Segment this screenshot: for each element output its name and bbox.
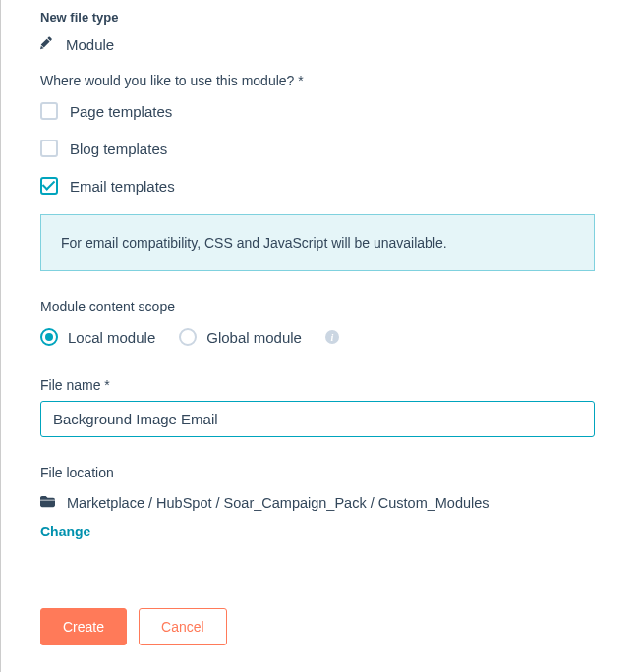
blog-templates-checkbox[interactable] — [40, 140, 58, 157]
file-name-label: File name * — [40, 377, 595, 393]
file-location-label: File location — [40, 465, 595, 480]
email-compat-notice: For email compatibility, CSS and JavaScr… — [40, 214, 595, 271]
blog-templates-label: Blog templates — [70, 140, 167, 157]
page-templates-checkbox[interactable] — [40, 102, 58, 120]
page-templates-option[interactable]: Page templates — [40, 102, 595, 120]
email-templates-label: Email templates — [70, 178, 175, 195]
file-type-value: Module — [66, 36, 114, 53]
usage-question-label: Where would you like to use this module?… — [40, 73, 595, 88]
file-name-input[interactable] — [40, 401, 595, 437]
page-templates-label: Page templates — [70, 103, 172, 120]
folder-icon — [40, 494, 55, 512]
blog-templates-option[interactable]: Blog templates — [40, 140, 595, 157]
global-module-label: Global module — [206, 329, 302, 346]
file-location-row: Marketplace / HubSpot / Soar_Campaign_Pa… — [40, 494, 595, 512]
change-link[interactable]: Change — [40, 524, 595, 539]
action-buttons: Create Cancel — [40, 608, 595, 645]
email-templates-checkbox[interactable] — [40, 177, 58, 195]
local-module-label: Local module — [68, 329, 155, 346]
module-icon — [40, 36, 54, 53]
scope-radio-group: Local module Global module i — [40, 328, 595, 346]
file-type-module-row: Module — [40, 36, 114, 53]
info-icon[interactable]: i — [325, 330, 339, 344]
scope-heading: Module content scope — [40, 299, 595, 314]
local-module-option[interactable]: Local module — [40, 328, 155, 346]
local-module-radio[interactable] — [40, 328, 58, 346]
cancel-button[interactable]: Cancel — [139, 608, 227, 645]
global-module-radio[interactable] — [179, 328, 197, 346]
email-templates-option[interactable]: Email templates — [40, 177, 595, 195]
new-file-type-heading: New file type — [40, 10, 595, 25]
global-module-option[interactable]: Global module — [179, 328, 302, 346]
file-location-path: Marketplace / HubSpot / Soar_Campaign_Pa… — [67, 495, 490, 511]
create-button[interactable]: Create — [40, 608, 127, 645]
